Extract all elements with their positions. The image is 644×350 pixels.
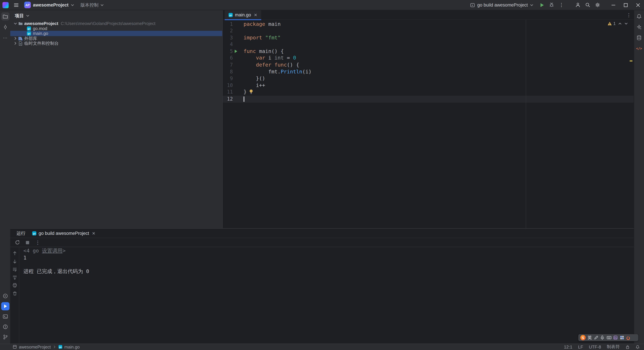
code-token: <4 go [24,248,42,254]
gutter-line-3[interactable]: 3 [222,34,243,41]
notifications-button[interactable] [635,12,643,20]
markup-toolwindow-button[interactable]: </> [635,44,643,52]
code-with-me-button[interactable] [574,1,582,9]
project-panel-header[interactable]: 项目 [10,10,222,21]
ime-language-indicator[interactable]: 英 [588,335,592,341]
chevron-right-icon[interactable] [13,41,18,45]
gutter-line-10[interactable]: 10 [222,82,243,89]
tree-item-main.go[interactable]: gomain.go [10,31,222,36]
debug-button[interactable] [547,1,556,9]
database-toolwindow-button[interactable] [635,34,643,42]
inspection-widget[interactable]: 1 [608,21,628,26]
stop-button[interactable] [24,239,31,246]
readonly-lock-widget[interactable] [626,345,630,349]
search-everywhere-button[interactable] [583,1,592,9]
scrollbar-warning-mark[interactable] [630,60,632,61]
code-line-5[interactable]: func main() { [244,48,634,55]
project-selector[interactable]: AP awesomeProject [22,1,77,9]
code-line-1[interactable]: package main [244,21,634,28]
ime-fire-icon[interactable] [626,335,630,340]
run-tab[interactable]: go go build awesomeProject ✕ [32,231,96,236]
run-tab-close-icon[interactable]: ✕ [92,231,96,236]
code-line-8[interactable]: fmt.Println(i) [244,68,634,75]
soft-wrap-button[interactable] [11,266,18,273]
chevron-down-icon[interactable] [624,22,628,25]
breadcrumb-project[interactable]: awesomeProject [19,345,51,349]
run-config-selector[interactable]: go build awesomeProject [467,1,536,9]
code-line-10[interactable]: i++ [244,82,634,89]
settings-button[interactable] [593,1,602,9]
gutter-line-11[interactable]: 11 [222,89,243,96]
minimize-button[interactable] [607,0,619,10]
intention-bulb-icon[interactable] [249,89,253,95]
gutter-line-2[interactable]: 2 [222,27,243,34]
code-line-6[interactable]: var i int = 0 [244,55,634,62]
ime-keyboard-icon[interactable] [606,336,611,340]
ime-skin-icon[interactable] [613,336,618,340]
ai-assistant-button[interactable] [635,23,643,31]
close-button[interactable] [632,0,644,10]
more-actions-button[interactable]: ⋮ [557,1,566,9]
problems-toolwindow-button[interactable] [1,323,9,331]
ime-pen-icon[interactable] [594,336,598,340]
scroll-to-end-button[interactable] [11,274,18,281]
indent-widget[interactable]: 制表符 [607,344,620,350]
sogou-logo-icon[interactable]: S [580,335,586,340]
ime-mic-icon[interactable] [600,336,604,340]
gutter-line-9[interactable]: 9 [222,75,243,82]
gutter-line-4[interactable]: 4 [222,41,243,48]
tree-item-外部库[interactable]: 外部库 [10,36,222,41]
tree-item-临时文件和控制台[interactable]: 临时文件和控制台 [10,41,222,46]
rerun-button[interactable] [14,239,20,246]
ime-toolbox-icon[interactable] [620,336,624,340]
more-toolwindows-button[interactable]: ⋯ [1,34,9,42]
code-line-7[interactable]: defer func() { [244,62,634,68]
run-more-options-button[interactable]: ⋮ [34,239,41,246]
editor-tab-main-go[interactable]: go main.go ✕ [225,10,261,19]
gutter-line-8[interactable]: 8 [222,68,243,75]
console-link[interactable]: 设置调用 [42,248,62,254]
gutter-line-5[interactable]: 5 [222,48,243,55]
encoding-widget[interactable]: UTF-8 [589,345,601,349]
chevron-up-icon[interactable] [618,22,622,25]
editor-tab-options-button[interactable]: ⋮ [626,10,631,20]
code-line-9[interactable]: }() [244,75,634,82]
line-separator-widget[interactable]: LF [578,345,583,349]
breadcrumb-file[interactable]: main.go [64,345,80,349]
clear-console-button[interactable] [11,290,18,297]
main-menu-button[interactable] [12,1,21,9]
commit-toolwindow-button[interactable] [1,23,9,31]
gutter-line-7[interactable]: 7 [222,62,243,68]
editor-body[interactable]: 123456789101112 package mainimport "fmt"… [222,20,634,228]
console-output[interactable]: <4 go 设置调用>1进程 已完成，退出代码为 0 [19,248,634,344]
run-gutter-icon[interactable] [234,49,238,53]
code-line-2[interactable] [244,27,634,34]
gutter-line-12[interactable]: 12 [222,96,243,103]
prev-occurrence-button[interactable] [11,250,18,257]
project-toolwindow-button[interactable] [1,12,9,20]
goland-logo-icon [2,2,9,8]
git-toolwindow-button[interactable] [1,333,9,341]
vcs-menu-button[interactable]: 版本控制 [78,1,106,9]
code-line-12[interactable] [244,96,634,103]
chevron-down-icon[interactable] [13,22,18,25]
terminal-toolwindow-button[interactable] [1,312,9,321]
next-occurrence-button[interactable] [11,258,18,265]
caret-position-widget[interactable]: 12:1 [564,345,572,349]
tab-close-icon[interactable]: ✕ [254,12,258,17]
services-toolwindow-button[interactable] [1,292,9,300]
tree-item-awesomeProject[interactable]: awesomeProjectC:\Users\meowr\GolandProje… [10,21,222,26]
run-toolwindow-button[interactable] [1,302,9,310]
code-line-11[interactable]: } [244,89,634,96]
maximize-button[interactable] [619,0,632,10]
code-token: > [62,248,66,254]
gutter-line-1[interactable]: 1 [222,21,243,28]
print-button[interactable] [11,282,18,289]
chevron-right-icon[interactable] [13,36,18,40]
code-line-3[interactable]: import "fmt" [244,34,634,41]
code-line-4[interactable] [244,41,634,48]
run-button[interactable] [537,1,546,9]
notifications-widget[interactable] [636,345,640,349]
tree-item-go.mod[interactable]: gogo.mod [10,26,222,31]
gutter-line-6[interactable]: 6 [222,55,243,62]
